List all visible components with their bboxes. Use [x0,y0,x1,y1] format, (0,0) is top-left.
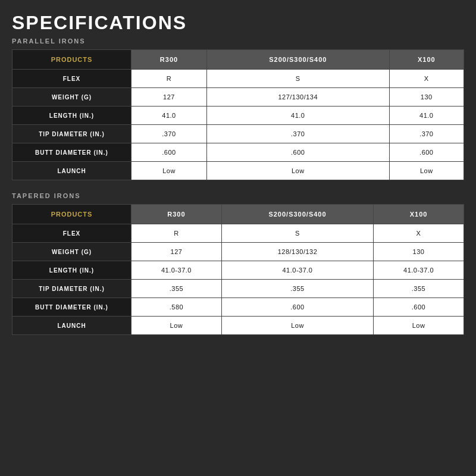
row-label: BUTT DIAMETER (IN.) [12,298,131,317]
row-data-s200: 41.0 [206,107,389,125]
row-data-s200: 128/130/132 [221,243,373,261]
table-row: BUTT DIAMETER (IN.) .580 .600 .600 [12,298,464,317]
row-data-r300: 41.0 [131,107,207,125]
tapered-products-header: PRODUCTS [12,205,131,224]
table-row: TIP DIAMETER (IN.) .370 .370 .370 [12,125,464,143]
row-data-x100: .600 [389,143,464,162]
row-data-s200: Low [221,317,373,335]
row-label: WEIGHT (G) [12,243,131,261]
parallel-irons-table: PRODUCTS R300 S200/S300/S400 X100 FLEX R… [12,49,464,180]
parallel-products-header: PRODUCTS [12,50,131,70]
table-row: TIP DIAMETER (IN.) .355 .355 .355 [12,280,464,298]
table-row: LENGTH (IN.) 41.0 41.0 41.0 [12,107,464,125]
table-row: FLEX R S X [12,70,464,88]
table-row: LAUNCH Low Low Low [12,162,464,180]
row-label: FLEX [12,70,131,88]
row-data-s200: .600 [221,298,373,317]
page-title: SPECIFICATIONS [12,12,464,34]
row-label: LAUNCH [12,162,131,180]
parallel-x100-header: X100 [389,50,464,70]
row-data-x100: X [374,224,464,243]
tapered-s200-header: S200/S300/S400 [221,205,373,224]
parallel-irons-subtitle: PARALLEL IRONS [12,37,464,45]
row-data-x100: Low [389,162,464,180]
row-label: TIP DIAMETER (IN.) [12,280,131,298]
row-data-s200: .600 [206,143,389,162]
tapered-irons-table: PRODUCTS R300 S200/S300/S400 X100 FLEX R… [12,204,464,335]
row-label: LENGTH (IN.) [12,261,131,280]
tapered-x100-header: X100 [374,205,464,224]
row-data-r300: .370 [131,125,207,143]
row-label: LENGTH (IN.) [12,107,131,125]
row-data-x100: 41.0-37.0 [374,261,464,280]
row-data-x100: .600 [374,298,464,317]
row-data-x100: .370 [389,125,464,143]
row-data-s200: S [221,224,373,243]
row-data-r300: R [131,70,207,88]
row-data-r300: Low [131,317,222,335]
parallel-s200-header: S200/S300/S400 [206,50,389,70]
row-data-x100: .355 [374,280,464,298]
row-data-s200: S [206,70,389,88]
row-data-r300: 41.0-37.0 [131,261,222,280]
tapered-r300-header: R300 [131,205,222,224]
row-data-s200: 127/130/134 [206,88,389,107]
row-label: LAUNCH [12,317,131,335]
row-data-s200: Low [206,162,389,180]
row-data-r300: .580 [131,298,222,317]
row-label: FLEX [12,224,131,243]
row-data-x100: 130 [374,243,464,261]
table-row: BUTT DIAMETER (IN.) .600 .600 .600 [12,143,464,162]
tapered-irons-subtitle: TAPERED IRONS [12,192,464,199]
row-data-r300: .600 [131,143,207,162]
row-data-x100: Low [374,317,464,335]
row-label: WEIGHT (G) [12,88,131,107]
row-data-r300: 127 [131,88,207,107]
parallel-r300-header: R300 [131,50,207,70]
row-data-r300: .355 [131,280,222,298]
row-data-x100: 41.0 [389,107,464,125]
table-row: LENGTH (IN.) 41.0-37.0 41.0-37.0 41.0-37… [12,261,464,280]
row-data-r300: Low [131,162,207,180]
table-row: WEIGHT (G) 127 127/130/134 130 [12,88,464,107]
row-data-s200: .355 [221,280,373,298]
table-row: LAUNCH Low Low Low [12,317,464,335]
row-data-x100: X [389,70,464,88]
row-data-r300: 127 [131,243,222,261]
row-data-s200: .370 [206,125,389,143]
row-label: TIP DIAMETER (IN.) [12,125,131,143]
row-data-r300: R [131,224,222,243]
row-label: BUTT DIAMETER (IN.) [12,143,131,162]
row-data-s200: 41.0-37.0 [221,261,373,280]
table-row: FLEX R S X [12,224,464,243]
row-data-x100: 130 [389,88,464,107]
table-row: WEIGHT (G) 127 128/130/132 130 [12,243,464,261]
